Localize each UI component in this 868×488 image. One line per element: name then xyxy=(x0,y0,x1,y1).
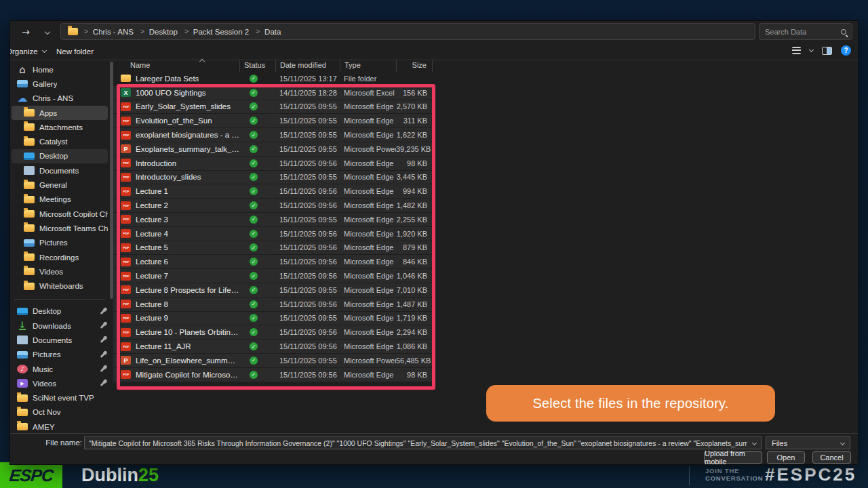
file-row[interactable]: Lecture 8 ✓ 15/11/2025 09:56 Microsoft E… xyxy=(113,298,433,311)
search-input[interactable]: Search Data xyxy=(759,23,852,40)
file-type-icon xyxy=(121,187,131,196)
pin-icon xyxy=(100,323,104,328)
dialog-body: Home Gallery Chris - ANS Apps xyxy=(10,60,858,433)
column-header-name[interactable]: Name xyxy=(113,60,239,72)
sidebar-item[interactable]: Pictures xyxy=(12,236,108,250)
organize-button[interactable]: Organize xyxy=(9,45,50,58)
open-button[interactable]: Open xyxy=(767,451,805,464)
file-type-icon xyxy=(121,328,131,337)
sync-status-icon: ✓ xyxy=(250,216,258,224)
column-header-type[interactable]: Type xyxy=(340,60,396,72)
sync-status-icon: ✓ xyxy=(250,89,258,97)
file-type-icon xyxy=(121,342,131,351)
dublin25-wordmark: Dublin25 xyxy=(81,465,159,486)
sync-status-icon: ✓ xyxy=(250,145,258,153)
breadcrumb-item[interactable]: > Data xyxy=(251,26,283,37)
file-row[interactable]: Exoplanets_summary_talk_AJR ✓ 15/11/2025… xyxy=(113,142,433,156)
dialog-footer: File name: "Mitigate Copilot for Microso… xyxy=(10,433,858,465)
sidebar-item[interactable]: Oct Nov xyxy=(12,405,108,420)
conference-footer-bar: ESPC Dublin25 JOIN THE CONVERSATION #ESP… xyxy=(0,462,868,488)
file-name-dropdown-chevron-icon[interactable] xyxy=(752,441,757,445)
column-header-status[interactable]: Status xyxy=(239,60,275,72)
help-icon[interactable]: ? xyxy=(841,45,851,56)
file-row[interactable]: Lareger Data Sets ✓ 15/11/2025 13:17 Fil… xyxy=(113,72,433,85)
sidebar-item[interactable]: Chris - ANS xyxy=(12,92,108,106)
sync-status-icon: ✓ xyxy=(250,159,258,167)
file-row[interactable]: exoplanet biosignatures - a review ✓ 15/… xyxy=(113,128,433,142)
sidebar-item[interactable]: Microsoft Teams Chat Files xyxy=(12,221,108,235)
file-row[interactable]: Evolution_of_the_Sun ✓ 15/11/2025 09:55 … xyxy=(113,114,433,127)
file-row[interactable]: Lecture 9 ✓ 15/11/2025 09:55 Microsoft E… xyxy=(113,312,433,325)
sidebar-item[interactable]: Documents xyxy=(12,163,108,178)
file-row[interactable]: Introduction ✓ 15/11/2025 09:56 Microsof… xyxy=(113,157,433,170)
sync-status-icon: ✓ xyxy=(250,328,258,336)
sidebar-item[interactable]: Music xyxy=(12,362,108,376)
sidebar-item[interactable]: Videos xyxy=(12,376,108,390)
file-row[interactable]: Lecture 6 ✓ 15/11/2025 09:56 Microsoft E… xyxy=(113,255,433,268)
breadcrumb-item[interactable]: > Chris - ANS xyxy=(79,26,136,37)
breadcrumb-item[interactable]: > Packt Session 2 xyxy=(180,26,251,37)
view-mode-icon[interactable] xyxy=(792,47,801,54)
file-row[interactable]: Introductory_slides ✓ 15/11/2025 09:55 M… xyxy=(113,171,433,184)
pin-icon xyxy=(100,309,104,314)
breadcrumb[interactable]: > Chris - ANS > Desktop > Packt Session … xyxy=(60,23,755,40)
breadcrumb-item[interactable]: > Desktop xyxy=(136,26,180,37)
file-type-icon xyxy=(121,243,131,252)
forward-icon[interactable]: → xyxy=(18,24,33,39)
sidebar-item[interactable]: Videos xyxy=(12,264,108,279)
file-row[interactable]: Early_Solar_System_slides ✓ 15/11/2025 0… xyxy=(113,100,433,114)
instruction-text: Select the files in the repository. xyxy=(533,396,729,411)
upload-from-mobile-button[interactable]: Upload from mobile xyxy=(704,451,762,464)
file-row[interactable]: Lecture 1 ✓ 15/11/2025 09:56 Microsoft E… xyxy=(113,184,433,198)
file-row[interactable]: Lecture 3 ✓ 15/11/2025 09:55 Microsoft E… xyxy=(113,213,433,226)
espc-logo-block: ESPC xyxy=(0,462,62,488)
new-folder-button[interactable]: New folder xyxy=(51,45,99,58)
pin-icon xyxy=(100,352,104,357)
file-type-icon xyxy=(121,229,131,238)
column-header-date-modified[interactable]: Date modified xyxy=(275,60,340,72)
sidebar-item[interactable]: Whiteboards xyxy=(12,279,108,293)
file-type-icon xyxy=(121,258,131,266)
view-mode-chevron-icon[interactable] xyxy=(809,47,814,52)
sidebar-item[interactable]: Attachments xyxy=(12,120,108,134)
sidebar-item[interactable]: Microsoft Copilot Chat Files xyxy=(12,207,108,221)
sidebar-item[interactable]: Home xyxy=(12,62,108,77)
file-row[interactable]: Lecture 8 Prospects for Life on Mars (Pr… xyxy=(113,283,433,297)
sidebar-item[interactable]: Apps xyxy=(12,106,108,120)
file-row[interactable]: Lecture 7 ✓ 15/11/2025 09:56 Microsoft E… xyxy=(113,269,433,283)
file-row[interactable]: Lecture 2 ✓ 15/11/2025 09:56 Microsoft E… xyxy=(113,199,433,212)
file-row[interactable]: Mitigate Copilot for Microsoft 365 Risks… xyxy=(113,368,433,382)
file-row[interactable]: Lecture 11_AJR ✓ 15/11/2025 09:56 Micros… xyxy=(113,340,433,353)
sidebar-item[interactable]: Gallery xyxy=(12,77,108,91)
sidebar-item[interactable]: Meetings xyxy=(12,192,108,207)
file-row[interactable]: Lecture 10 - Planets Orbiting other Star… xyxy=(113,325,433,339)
sidebar-item[interactable]: Documents xyxy=(12,333,108,347)
column-header-size[interactable]: Size xyxy=(396,60,433,72)
file-type-icon xyxy=(121,272,131,281)
file-type-icon xyxy=(121,314,131,323)
sidebar-item[interactable]: General xyxy=(12,178,108,192)
file-type-select[interactable]: Files xyxy=(766,436,850,449)
file-type-icon xyxy=(121,370,131,379)
sidebar-item[interactable]: AMEY xyxy=(12,420,108,433)
sync-status-icon: ✓ xyxy=(250,75,258,83)
sidebar-item[interactable]: Recordings xyxy=(12,250,108,264)
sidebar-item[interactable]: Catalyst xyxy=(12,134,108,148)
sync-status-icon: ✓ xyxy=(250,230,258,238)
sidebar-item[interactable]: Pictures xyxy=(12,348,108,362)
file-type-icon xyxy=(121,159,131,167)
sidebar-item[interactable]: SciNet event TVP xyxy=(12,391,108,405)
sidebar-item[interactable]: Downloads xyxy=(12,319,108,333)
preview-pane-icon[interactable] xyxy=(822,47,832,55)
file-row[interactable]: Life_on_Elsewhere_summary_talk_AJR ✓ 15/… xyxy=(113,354,433,367)
file-name-input[interactable]: "Mitigate Copilot for Microsoft 365 Risk… xyxy=(84,436,762,449)
file-row[interactable]: 1000 UFO Sightings ✓ 14/11/2025 18:28 Mi… xyxy=(113,86,433,100)
cancel-button[interactable]: Cancel xyxy=(812,451,851,464)
instruction-callout: Select the files in the repository. xyxy=(486,385,775,422)
recent-locations-chevron-icon[interactable] xyxy=(40,24,55,39)
sidebar-item[interactable]: Desktop xyxy=(12,149,108,163)
sync-status-icon: ✓ xyxy=(250,314,258,322)
sidebar-item[interactable]: Desktop xyxy=(12,304,108,319)
file-row[interactable]: Lecture 4 ✓ 15/11/2025 09:56 Microsoft E… xyxy=(113,227,433,241)
file-row[interactable]: Lecture 5 ✓ 15/11/2025 09:56 Microsoft E… xyxy=(113,241,433,255)
